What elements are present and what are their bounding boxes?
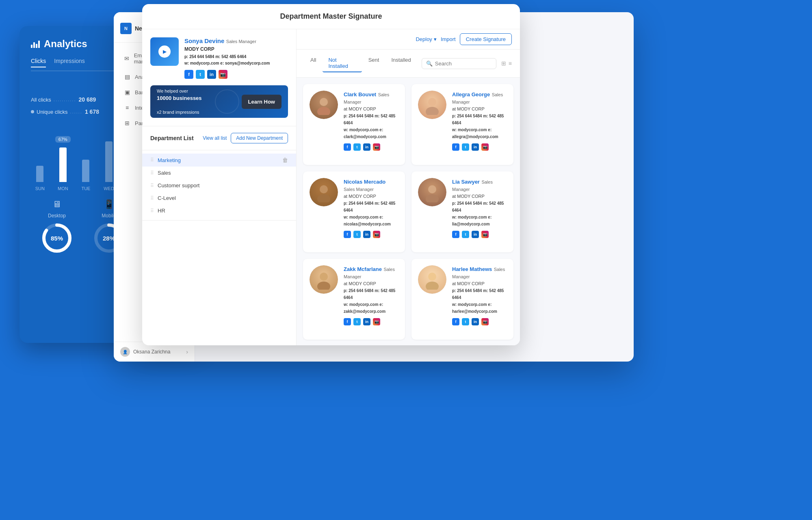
svg-point-11 [426,107,439,115]
unique-clicks-value: 1 678 [85,108,99,115]
filter-tab-not-installed[interactable]: Not Installed [323,54,362,72]
add-department-button[interactable]: Add New Department [231,133,288,143]
mobile-percent: 28% [103,235,115,242]
linkedin-icon: in [207,70,216,79]
emp-details: p: 254 644 5484 m: 542 485 6464 w: modyc… [452,200,507,228]
deploy-bar: Deploy ▾ Import Create Signature [297,29,520,50]
filter-tab-sent[interactable]: Sent [363,54,385,72]
filter-tabs: All Not Installed Sent Installed [305,54,417,72]
stats-left: All clicks ........... 20 689 Unique cli… [31,96,99,115]
li-icon: in [363,318,370,325]
emp-social: f t in 📷 [344,143,398,151]
modal-body: ▶ Sonya Devine Sales Manager MODY CORP p… [142,29,520,345]
bar-mon: 67% MON [54,147,72,191]
dept-item-sales[interactable]: ⠿ Sales [142,167,296,179]
banner-icon: ▣ [123,89,131,95]
filter-tab-installed[interactable]: Installed [385,54,416,72]
search-icon: 🔍 [426,61,433,67]
unique-clicks-dot [31,110,34,113]
signature-preview: ▶ Sonya Devine Sales Manager MODY CORP p… [142,29,296,126]
emp-social: f t in 📷 [452,231,507,238]
emp-company: at MODY CORP [344,106,398,111]
employee-card: Lia Sawyer Sales Manager at MODY CORP p:… [411,171,513,252]
create-signature-button[interactable]: Create Signature [460,33,512,45]
emp-name: Clark Bouvet [344,91,376,98]
signature-modal: Department Master Signature ▶ Sonya Devi… [142,4,520,345]
drag-icon: ⠿ [150,183,154,188]
desktop-percent: 85% [51,235,63,242]
grid-view-icon[interactable]: ⊞ [501,60,506,67]
tab-clicks[interactable]: Clicks [31,58,46,67]
emp-info: Harlee Mathews Sales Manager at MODY COR… [452,265,507,333]
employees-grid: Clark Bouvet Sales Manager at MODY CORP … [297,78,520,345]
list-view-icon[interactable]: ≡ [509,60,512,67]
avatar-placeholder [418,265,446,294]
emp-name: Zakk Mcfarlane [344,266,382,272]
emp-name: Allegra George [452,91,490,98]
employee-card: Zakk Mcfarlane Sales Manager at MODY COR… [303,259,405,340]
emp-info: Nicolas Mercado Sales Manager at MODY CO… [344,178,398,246]
tab-impressions[interactable]: Impressions [54,58,84,67]
emp-info: Allegra George Sales Manager at MODY COR… [452,91,507,158]
emp-info: Clark Bouvet Sales Manager at MODY CORP … [344,91,398,158]
view-all-button[interactable]: View all list [203,133,227,143]
delete-icon[interactable]: 🗑 [282,157,288,163]
twitter-icon: t [196,70,205,79]
logo-icon: N [120,23,132,34]
svg-point-10 [428,98,436,106]
emp-role: Sales Manager [344,187,374,192]
dept-name: Sales [158,170,171,176]
filter-tab-all[interactable]: All [305,54,322,72]
user-avatar: 👤 [120,347,130,357]
dept-item-clevel[interactable]: ⠿ C-Level [142,192,296,204]
ig-icon: 📷 [373,231,380,238]
mobile-icon: 📱 [104,199,115,210]
email-icon: ✉ [123,55,130,62]
avatar-placeholder [418,178,446,206]
svg-point-12 [320,185,328,193]
emp-avatar [418,265,446,294]
emp-social: f t in 📷 [452,143,507,151]
emp-name: Nicolas Mercado [344,179,385,185]
dept-item-hr[interactable]: ⠿ HR [142,204,296,217]
modal-title: Department Master Signature [280,12,382,20]
tw-icon: t [462,231,469,238]
desktop-label: Desktop [48,213,66,219]
fb-icon: f [344,143,351,151]
tw-icon: t [353,143,361,151]
modal-right: Deploy ▾ Import Create Signature All Not… [297,29,520,345]
emp-avatar [310,265,338,294]
emp-avatar [418,91,446,119]
sig-role: Sales Manager [226,39,256,44]
bar-tooltip: 67% [55,136,71,143]
search-input[interactable] [435,61,492,67]
drag-icon: ⠿ [150,157,154,163]
play-icon: ▶ [158,46,171,58]
li-icon: in [472,318,479,325]
fb-icon: f [452,318,459,325]
emp-info: Lia Sawyer Sales Manager at MODY CORP p:… [452,178,507,246]
emp-details: p: 254 644 5484 m: 542 485 6464 w: modyc… [452,113,507,140]
modal-header: Department Master Signature [142,4,520,29]
partners-icon: ⊞ [123,120,131,126]
emp-company: at MODY CORP [344,281,398,286]
deploy-button[interactable]: Deploy ▾ [416,36,436,42]
bar-tue: TUE [77,160,95,191]
employee-card: Allegra George Sales Manager at MODY COR… [411,84,513,165]
facebook-icon: f [184,70,193,79]
emp-info: Zakk Mcfarlane Sales Manager at MODY COR… [344,265,398,333]
svg-point-9 [317,107,330,115]
avatar-placeholder [310,91,338,119]
svg-point-17 [317,282,330,290]
dept-item-customer-support[interactable]: ⠿ Customer support [142,179,296,192]
import-button[interactable]: Import [441,36,456,42]
banner-preview: We helped over 10000 businesses x2 brand… [150,85,288,118]
svg-point-18 [428,273,436,281]
tw-icon: t [353,318,361,325]
avatar-placeholder [310,265,338,294]
ig-icon: 📷 [373,143,380,151]
emp-avatar [418,178,446,206]
emp-company: at MODY CORP [452,281,507,286]
dept-item-marketing[interactable]: ⠿ Marketing 🗑 [142,154,296,167]
tw-icon: t [462,318,469,325]
